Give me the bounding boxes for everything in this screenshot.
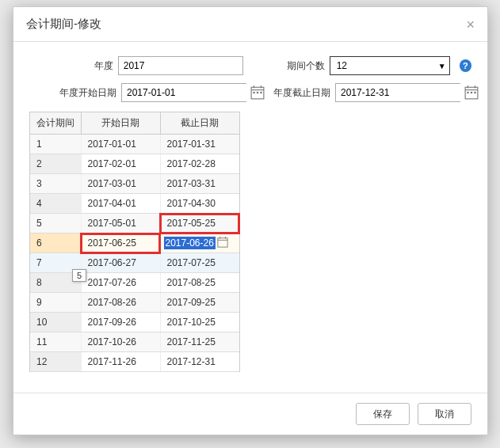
cell-end-date[interactable]: 2017-12-31 — [160, 352, 239, 372]
svg-rect-11 — [467, 92, 468, 93]
count-label: 期间个数 — [264, 59, 325, 73]
cell-end-date[interactable]: 2017-02-28 — [160, 154, 239, 174]
modal-dialog: 会计期间-修改 × 年度 期间个数 12 ▼ ? 年度开始日期 年度截止日期 — [13, 6, 488, 435]
svg-rect-12 — [471, 92, 472, 93]
form-row-1: 年度 期间个数 12 ▼ ? — [29, 56, 471, 75]
table-row[interactable]: 62017-06-252017-06-26 — [30, 233, 239, 253]
cell-end-date[interactable]: 2017-04-30 — [160, 194, 239, 214]
cell-start-date[interactable]: 2017-06-25 — [81, 233, 160, 253]
period-count-select[interactable]: 12 ▼ — [330, 56, 450, 75]
cell-end-date[interactable]: 2017-03-31 — [160, 174, 239, 194]
modal-header: 会计期间-修改 × — [13, 7, 487, 42]
end-date-label: 年度截止日期 — [267, 86, 330, 100]
year-label: 年度 — [29, 59, 113, 73]
cell-start-date[interactable]: 2017-01-01 — [81, 135, 160, 154]
cell-start-date[interactable]: 2017-06-27 — [81, 253, 160, 273]
year-input[interactable] — [118, 56, 243, 75]
cell-period[interactable]: 3 — [30, 174, 81, 194]
year-start-date-input[interactable] — [121, 83, 246, 102]
save-button[interactable]: 保存 — [356, 403, 410, 425]
svg-rect-5 — [257, 92, 258, 93]
table-row[interactable]: 122017-11-262017-12-31 — [30, 352, 239, 372]
cell-start-date[interactable]: 2017-05-01 — [81, 214, 160, 233]
modal-footer: 保存 取消 — [13, 393, 487, 435]
cell-end-date[interactable]: 2017-09-25 — [160, 293, 239, 313]
calendar-icon — [464, 85, 479, 100]
periods-table-wrap: 会计期间 开始日期 截止日期 12017-01-012017-01-312201… — [29, 112, 240, 372]
cell-start-date[interactable]: 2017-03-01 — [81, 174, 160, 194]
table-row[interactable]: 102017-09-262017-10-25 — [30, 313, 239, 332]
periods-table: 会计期间 开始日期 截止日期 12017-01-012017-01-312201… — [30, 112, 239, 372]
cell-period[interactable]: 10 — [30, 313, 81, 332]
cell-end-date[interactable]: 2017-08-25 — [160, 273, 239, 293]
chevron-down-icon: ▼ — [435, 62, 449, 70]
form-row-2: 年度开始日期 年度截止日期 — [29, 83, 471, 102]
table-row[interactable]: 52017-05-012017-05-25 — [30, 214, 239, 233]
year-end-date-input[interactable] — [335, 83, 460, 102]
cell-period[interactable]: 12 — [30, 352, 81, 372]
svg-rect-4 — [253, 92, 254, 93]
table-row[interactable]: 72017-06-272017-07-25 — [30, 253, 239, 273]
cancel-button[interactable]: 取消 — [418, 403, 471, 425]
col-start: 开始日期 — [81, 112, 160, 135]
table-row[interactable]: 42017-04-012017-04-30 — [30, 194, 239, 214]
period-count-value: 12 — [330, 59, 435, 73]
tooltip-badge: 5 — [72, 269, 86, 282]
calendar-icon — [250, 85, 265, 100]
col-end: 截止日期 — [160, 112, 239, 135]
cell-period[interactable]: 4 — [30, 194, 81, 214]
cell-end-date[interactable]: 2017-11-25 — [160, 332, 239, 352]
table-row[interactable]: 112017-10-262017-11-25 — [30, 332, 239, 352]
modal-title: 会计期间-修改 — [26, 17, 101, 32]
table-row[interactable]: 92017-08-262017-09-25 — [30, 293, 239, 313]
cell-period[interactable]: 9 — [30, 293, 81, 313]
cell-period[interactable]: 2 — [30, 154, 81, 174]
cell-end-date[interactable]: 2017-10-25 — [160, 313, 239, 332]
table-row[interactable]: 32017-03-012017-03-31 — [30, 174, 239, 194]
cell-start-date[interactable]: 2017-08-26 — [81, 293, 160, 313]
cell-period[interactable]: 11 — [30, 332, 81, 352]
cell-start-date[interactable]: 2017-10-26 — [81, 332, 160, 352]
table-row[interactable]: 12017-01-012017-01-31 — [30, 135, 239, 154]
modal-body: 年度 期间个数 12 ▼ ? 年度开始日期 年度截止日期 — [13, 42, 487, 380]
cell-end-date[interactable]: 2017-06-26 — [160, 233, 239, 253]
table-row[interactable]: 82017-07-262017-08-25 — [30, 273, 239, 293]
close-icon[interactable]: × — [466, 17, 475, 32]
table-row[interactable]: 22017-02-012017-02-28 — [30, 154, 239, 174]
cell-start-date[interactable]: 2017-04-01 — [81, 194, 160, 214]
svg-rect-13 — [474, 92, 475, 93]
cell-end-date[interactable]: 2017-07-25 — [160, 253, 239, 273]
year-end-date-field[interactable] — [336, 84, 464, 101]
svg-rect-6 — [260, 92, 261, 93]
col-period: 会计期间 — [30, 112, 81, 135]
selected-date-text: 2017-06-26 — [164, 237, 216, 249]
cell-start-date[interactable]: 2017-02-01 — [81, 154, 160, 174]
cell-end-date-editing[interactable]: 2017-06-26 — [164, 237, 237, 250]
cell-start-date[interactable]: 2017-11-26 — [81, 352, 160, 372]
svg-rect-14 — [218, 237, 227, 246]
start-date-label: 年度开始日期 — [29, 86, 116, 100]
cell-start-date[interactable]: 2017-09-26 — [81, 313, 160, 332]
year-start-date-field[interactable] — [122, 84, 250, 101]
cell-end-date[interactable]: 2017-01-31 — [160, 135, 239, 154]
cell-period[interactable]: 6 — [30, 233, 81, 253]
cell-period[interactable]: 5 — [30, 214, 81, 233]
cell-start-date[interactable]: 2017-07-26 — [81, 273, 160, 293]
help-icon[interactable]: ? — [460, 59, 471, 72]
cell-end-date[interactable]: 2017-05-25 — [160, 214, 239, 233]
calendar-icon[interactable] — [217, 237, 230, 250]
cell-period[interactable]: 1 — [30, 135, 81, 154]
